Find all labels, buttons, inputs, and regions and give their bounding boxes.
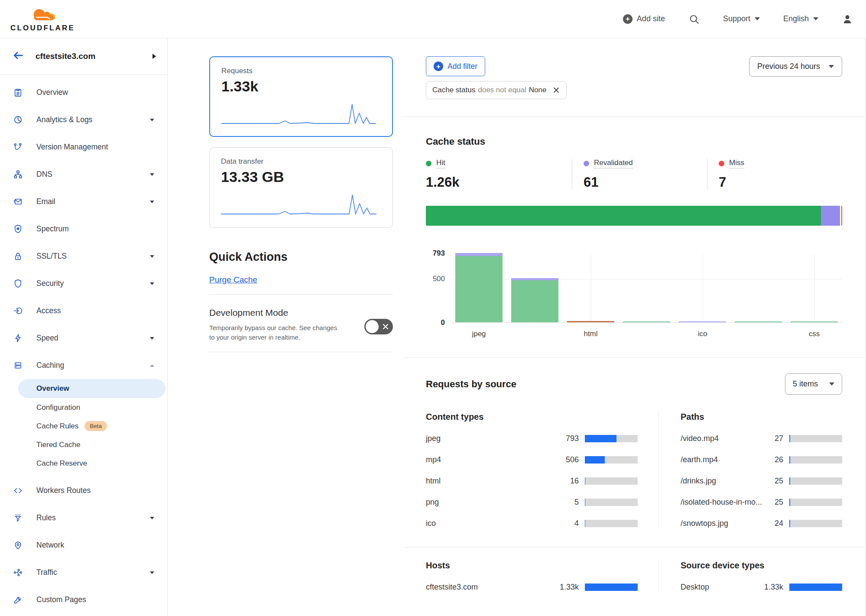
filter-chip-value: None	[529, 86, 547, 94]
dns-icon	[13, 169, 23, 179]
stat-hit: Hit 1.26k	[426, 159, 572, 190]
sidebar-item-security[interactable]: Security	[0, 270, 167, 297]
language-menu[interactable]: English	[783, 14, 818, 23]
development-mode-toggle[interactable]	[364, 319, 393, 334]
requests-by-source-title: Requests by source	[426, 379, 516, 390]
chevron-down-icon	[813, 17, 818, 20]
cache-status-title: Cache status	[426, 136, 842, 147]
cloudflare-cloud-icon	[25, 6, 62, 23]
value-bar	[585, 456, 638, 464]
filter-chip[interactable]: Cache status does not equal None	[426, 81, 567, 99]
requests-sparkline-chart	[221, 101, 381, 127]
source-tables: Content types jpeg 793 mp4 506 html 16	[426, 412, 842, 528]
items-count-select[interactable]: 5 items	[785, 373, 842, 395]
access-icon	[13, 306, 23, 316]
device-types-title: Source device types	[681, 561, 842, 571]
sidebar-subitem-caching-overview[interactable]: Overview	[18, 379, 165, 398]
top-header: CLOUDFLARE Add site Support English	[0, 0, 866, 38]
chevron-down-icon	[150, 201, 154, 203]
cache-status-stats: Hit 1.26k Revalidated 61 Miss 7	[426, 159, 842, 190]
hosts-table: Hosts cftestsite3.com 1.33k	[426, 561, 659, 592]
table-row[interactable]: png 5	[426, 498, 638, 507]
sidebar-item-ssl-tls[interactable]: SSL/TLS	[0, 243, 167, 270]
value-bar	[585, 435, 638, 442]
traffic-icon	[13, 567, 23, 577]
value-bar	[585, 477, 638, 485]
back-arrow-icon[interactable]	[12, 49, 24, 63]
sidebar-subitem-cache-reserve[interactable]: Cache Reserve	[0, 454, 167, 473]
stat-revalidated: Revalidated 61	[572, 159, 707, 190]
user-icon[interactable]	[842, 13, 853, 25]
sidebar-item-network[interactable]: Network	[0, 532, 167, 559]
content-types-table: Content types jpeg 793 mp4 506 html 16	[426, 412, 659, 528]
sidebar: cftestsite3.com Overview Analytics & Log…	[0, 38, 168, 616]
sidebar-item-traffic[interactable]: Traffic	[0, 559, 167, 586]
sidebar-item-workers-routes[interactable]: Workers Routes	[0, 477, 167, 504]
add-site-button[interactable]: Add site	[623, 14, 665, 24]
stat-miss-label[interactable]: Miss	[729, 159, 744, 169]
sidebar-item-speed[interactable]: Speed	[0, 324, 167, 352]
requests-card[interactable]: Requests 1.33k	[209, 56, 393, 137]
table-row[interactable]: jpeg 793	[426, 434, 638, 443]
table-row[interactable]: /snowtops.jpg 24	[681, 519, 842, 528]
sidebar-item-email[interactable]: Email	[0, 188, 167, 215]
sidebar-item-rules[interactable]: Rules	[0, 504, 167, 532]
sidebar-subitem-cache-rules[interactable]: Cache Rules Beta	[0, 417, 167, 435]
chevron-up-icon	[150, 364, 154, 367]
stat-revalidated-label[interactable]: Revalidated	[594, 159, 633, 169]
add-filter-button[interactable]: Add filter	[426, 56, 485, 76]
table-row[interactable]: /drinks.jpg 25	[681, 477, 842, 486]
chart-x-tick	[730, 330, 786, 338]
sidebar-subitem-tiered-cache[interactable]: Tiered Cache	[0, 435, 167, 454]
support-menu[interactable]: Support	[723, 14, 760, 23]
cloudflare-logo[interactable]: CLOUDFLARE	[10, 6, 75, 32]
chart-x-tick	[619, 330, 675, 338]
content-types-title: Content types	[426, 412, 638, 422]
table-row[interactable]: html 16	[426, 477, 638, 486]
table-row[interactable]: /video.mp4 27	[681, 434, 842, 443]
requests-card-label: Requests	[221, 67, 381, 75]
hosts-devices-tables: Hosts cftestsite3.com 1.33k Source devic…	[426, 548, 842, 592]
sidebar-item-spectrum[interactable]: Spectrum	[0, 215, 167, 243]
table-row[interactable]: cftestsite3.com 1.33k	[426, 583, 638, 592]
table-row[interactable]: Desktop 1.33k	[681, 583, 842, 592]
table-row[interactable]: mp4 506	[426, 455, 638, 464]
chevron-down-icon	[150, 571, 154, 574]
miss-dot-icon	[719, 161, 724, 166]
spectrum-icon	[13, 224, 23, 234]
table-row[interactable]: /isolated-house-in-mo... 25	[681, 498, 842, 507]
chevron-down-icon	[150, 173, 154, 176]
chart-bar-css	[791, 321, 838, 322]
sidebar-item-access[interactable]: Access	[0, 297, 167, 324]
stat-hit-label[interactable]: Hit	[436, 159, 445, 169]
sidebar-item-version-management[interactable]: Version Management	[0, 133, 167, 161]
sidebar-item-caching[interactable]: Caching	[0, 352, 167, 379]
sidebar-item-dns[interactable]: DNS	[0, 161, 167, 188]
sidebar-subitem-configuration[interactable]: Configuration	[0, 398, 167, 417]
data-transfer-card[interactable]: Data transfer 13.33 GB	[209, 147, 393, 228]
development-mode-description: Temporarily bypass our cache. See change…	[209, 323, 339, 342]
sidebar-item-custom-pages[interactable]: Custom Pages	[0, 586, 167, 613]
toggle-knob	[366, 320, 379, 333]
chevron-right-icon[interactable]	[152, 54, 156, 59]
sidebar-item-analytics-logs[interactable]: Analytics & Logs	[0, 106, 167, 133]
value-bar	[789, 477, 842, 485]
purge-cache-link[interactable]: Purge Cache	[209, 275, 257, 285]
table-row[interactable]: ico 4	[426, 519, 638, 528]
value-bar	[585, 499, 638, 506]
time-range-select[interactable]: Previous 24 hours	[749, 56, 842, 77]
device-types-table: Source device types Desktop 1.33k	[659, 561, 842, 592]
table-row[interactable]: /earth.mp4 26	[681, 455, 842, 464]
beta-badge: Beta	[84, 421, 107, 431]
chart-bar-col5	[735, 321, 782, 322]
wrench-icon	[13, 595, 23, 605]
requests-card-value: 1.33k	[221, 78, 381, 95]
close-icon[interactable]	[552, 86, 560, 94]
chevron-down-icon	[755, 17, 760, 20]
sidebar-item-overview[interactable]: Overview	[0, 79, 167, 106]
lightning-icon	[13, 333, 23, 343]
code-brackets-icon	[13, 486, 23, 496]
chart-x-tick	[507, 330, 563, 338]
caching-subnav: Overview Configuration Cache Rules Beta …	[0, 379, 167, 473]
search-icon[interactable]	[688, 13, 700, 25]
